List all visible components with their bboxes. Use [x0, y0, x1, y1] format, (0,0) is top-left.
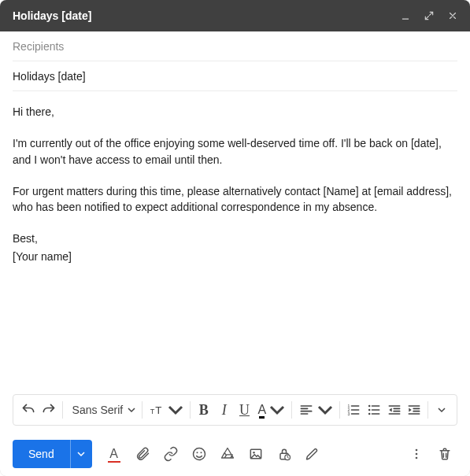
window-controls [399, 9, 459, 22]
insert-signature-button[interactable] [300, 441, 325, 467]
send-group: Send [13, 440, 92, 468]
separator [62, 401, 63, 419]
subject-input[interactable] [13, 70, 457, 83]
close-icon [447, 10, 458, 21]
chevron-down-icon [168, 402, 183, 418]
trash-icon [437, 446, 453, 462]
chevron-down-icon [438, 406, 446, 414]
recipients-row[interactable] [13, 31, 457, 61]
separator [339, 401, 340, 419]
smile-icon [191, 446, 207, 462]
svg-point-6 [368, 405, 371, 408]
compose-window: Holidays [date] Hi there, I'm currently … [0, 0, 470, 476]
bulleted-list-icon [366, 402, 382, 418]
paperclip-icon [135, 446, 150, 462]
svg-point-16 [416, 449, 418, 452]
font-family-label: Sans Serif [72, 404, 124, 416]
svg-point-17 [416, 453, 418, 456]
chevron-down-icon [77, 450, 85, 458]
separator [190, 401, 191, 419]
chevron-down-icon [128, 406, 135, 414]
svg-point-8 [368, 413, 371, 415]
svg-point-13 [253, 452, 255, 454]
close-button[interactable] [446, 9, 459, 22]
numbered-list-icon: 123 [346, 402, 361, 418]
svg-point-11 [200, 452, 202, 453]
chevron-down-icon [269, 402, 285, 418]
text-color-icon: A [257, 403, 266, 417]
indent-increase-icon [406, 402, 422, 418]
more-formatting-button[interactable] [431, 398, 452, 422]
link-icon [163, 446, 179, 462]
recipients-input[interactable] [13, 40, 457, 53]
insert-emoji-button[interactable] [187, 441, 212, 467]
text-color-button[interactable]: A [254, 398, 288, 422]
svg-point-7 [368, 409, 371, 411]
body-greeting: Hi there, [13, 104, 457, 120]
separator [291, 401, 292, 419]
underline-button[interactable]: U [235, 398, 255, 422]
body-paragraph-1: I'm currently out of the office enjoying… [13, 135, 457, 168]
send-button[interactable]: Send [13, 440, 70, 468]
message-body[interactable]: Hi there, I'm currently out of the offic… [0, 91, 470, 394]
bottom-toolbar: Send A [0, 432, 470, 476]
header-fields [0, 31, 470, 91]
body-signature: [Your name] [13, 249, 457, 264]
body-paragraph-2: For urgent matters during this time, ple… [13, 183, 457, 216]
svg-point-10 [196, 452, 198, 453]
attach-file-button[interactable] [130, 441, 155, 467]
insert-link-button[interactable] [158, 441, 183, 467]
italic-button[interactable]: I [214, 398, 235, 422]
svg-text:T: T [155, 404, 161, 416]
svg-text:3: 3 [347, 411, 350, 416]
minimize-button[interactable] [399, 9, 412, 22]
indent-less-button[interactable] [384, 398, 405, 422]
redo-button[interactable] [39, 398, 59, 422]
window-title: Holidays [date] [13, 9, 399, 22]
bold-icon: B [199, 403, 209, 417]
bulleted-list-button[interactable] [364, 398, 384, 422]
minimize-icon [400, 10, 411, 21]
svg-point-9 [193, 448, 205, 460]
titlebar[interactable]: Holidays [date] [0, 0, 470, 31]
separator [142, 401, 142, 419]
italic-icon: I [222, 403, 227, 417]
more-options-button[interactable] [404, 441, 429, 467]
font-family-select[interactable]: Sans Serif [66, 404, 139, 416]
align-left-icon [298, 402, 314, 418]
pen-icon [305, 446, 320, 462]
chevron-down-icon [317, 402, 333, 418]
numbered-list-button[interactable]: 123 [343, 398, 364, 422]
image-icon [248, 446, 264, 462]
underline-icon: U [239, 403, 250, 417]
body-closing: Best, [13, 231, 457, 246]
insert-photo-button[interactable] [243, 441, 268, 467]
indent-more-button[interactable] [404, 398, 424, 422]
lock-clock-icon [276, 446, 292, 462]
fullscreen-button[interactable] [423, 9, 435, 22]
text-format-icon: A [109, 447, 118, 461]
formatting-toolbar: Sans Serif T T B I U A 123 [13, 394, 457, 426]
indent-decrease-icon [387, 402, 402, 418]
undo-icon [20, 402, 36, 418]
confidential-mode-button[interactable] [272, 441, 297, 467]
redo-icon [41, 402, 57, 418]
more-vertical-icon [409, 446, 424, 462]
undo-button[interactable] [18, 398, 39, 422]
separator [427, 401, 428, 419]
font-size-button[interactable]: T T [146, 398, 187, 422]
send-options-button[interactable] [70, 440, 92, 468]
subject-row[interactable] [13, 61, 457, 91]
discard-draft-button[interactable] [432, 441, 457, 467]
insert-drive-button[interactable] [215, 441, 240, 467]
bold-button[interactable]: B [194, 398, 214, 422]
align-button[interactable] [295, 398, 336, 422]
drive-icon [220, 446, 235, 462]
svg-text:T: T [150, 408, 155, 415]
formatting-options-button[interactable]: A [102, 441, 127, 467]
svg-point-18 [416, 457, 418, 459]
expand-icon [424, 10, 435, 21]
text-size-icon: T T [149, 402, 165, 418]
